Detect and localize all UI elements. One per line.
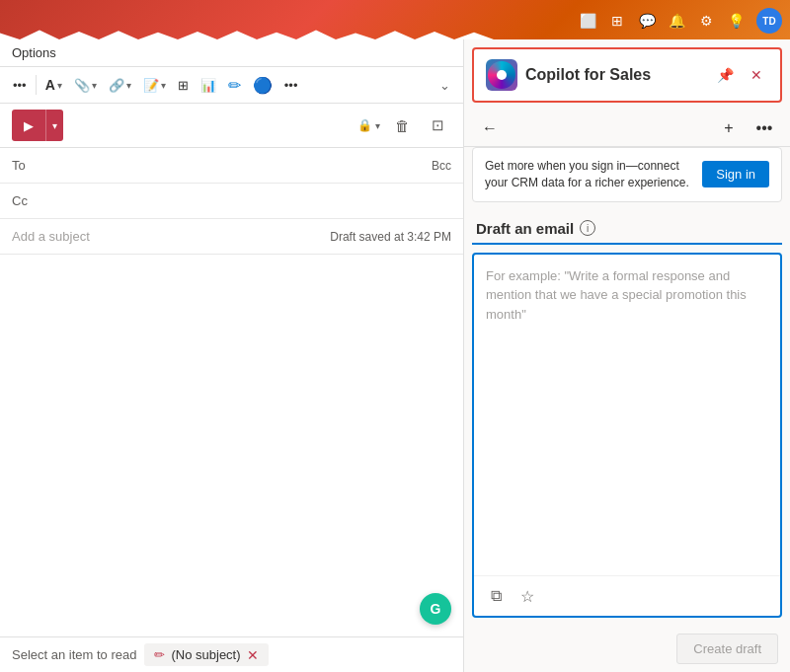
draft-title-row: Draft an email i (472, 214, 782, 245)
cc-label: Cc (12, 193, 51, 208)
copilot-logo-inner (488, 61, 515, 89)
highlight-btn[interactable]: ✏ (223, 71, 246, 99)
chart-icon: 📊 (200, 78, 216, 93)
bell-icon[interactable]: 🔔 (668, 12, 685, 30)
star-icon[interactable]: ☆ (515, 584, 539, 608)
chat-icon[interactable]: 💬 (638, 12, 656, 30)
draft-placeholder-text[interactable]: For example: "Write a formal response an… (474, 255, 780, 575)
toolbar-more-btn[interactable]: ••• (279, 71, 303, 99)
paperclip-icon: 📎 (74, 78, 90, 93)
chart-btn[interactable]: 📊 (196, 71, 221, 99)
send-button[interactable]: ▶ (12, 110, 45, 141)
status-bar: Select an item to read ✏ (No subject) ✕ (0, 636, 463, 672)
email-toolbar: ••• A ▾ 📎 ▾ 🔗 ▾ 📝 ▾ ⊞ 📊 (0, 67, 463, 104)
copilot-title: Copilot for Sales (525, 66, 705, 84)
create-draft-btn[interactable]: Create draft (676, 634, 778, 664)
draft-saved-text: Draft saved at 3:42 PM (330, 230, 451, 244)
main-layout: Options ••• A ▾ 📎 ▾ 🔗 ▾ 📝 ▾ (0, 39, 790, 672)
trash-icon: 🗑 (395, 117, 410, 134)
table-btn[interactable]: ⊞ (173, 71, 194, 99)
draft-input-area[interactable]: For example: "Write a formal response an… (472, 253, 782, 618)
signin-text: Get more when you sign in—connect your C… (485, 158, 692, 191)
top-icons: ⬜ ⊞ 💬 🔔 ⚙ 💡 TD (579, 8, 782, 34)
popout-icon: ⊡ (432, 116, 444, 134)
avatar[interactable]: TD (756, 8, 782, 34)
copilot-nav: ← + ••• (464, 111, 790, 147)
teams-btn[interactable]: 🔵 (248, 71, 277, 99)
send-arrow-icon: ▶ (24, 118, 34, 133)
format-text-btn[interactable]: A ▾ (40, 71, 67, 99)
format-chevron-icon: ▾ (57, 80, 62, 91)
signin-banner: Get more when you sign in—connect your C… (472, 147, 782, 202)
attach-btn[interactable]: 📎 ▾ (69, 71, 102, 99)
teams-icon: 🔵 (253, 76, 273, 95)
draft-pencil-icon: ✏ (154, 647, 165, 662)
draft-input-toolbar: ⧉ ☆ (474, 575, 780, 616)
status-select-text: Select an item to read (12, 647, 136, 662)
options-label: Options (12, 45, 56, 60)
table-icon: ⊞ (178, 78, 189, 93)
to-label: To (12, 158, 51, 173)
monitor-icon[interactable]: ⬜ (579, 12, 596, 30)
copilot-header: Copilot for Sales 📌 ✕ (472, 47, 782, 103)
send-dropdown-btn[interactable]: ▾ (45, 110, 63, 141)
info-icon[interactable]: i (580, 220, 595, 236)
grid-icon[interactable]: ⊞ (608, 12, 626, 30)
nav-more-btn[interactable]: ••• (750, 114, 778, 142)
nav-add-btn[interactable]: + (715, 114, 743, 142)
cc-input[interactable] (51, 193, 451, 208)
link-icon: 🔗 (109, 78, 124, 93)
close-copilot-btn[interactable]: ✕ (745, 63, 768, 87)
copilot-logo (486, 59, 517, 91)
insert-icon: 📝 (143, 78, 159, 93)
expand-btn[interactable]: ⌄ (434, 71, 455, 99)
toolbar-sep-1 (36, 75, 37, 95)
subject-row: Add a subject Draft saved at 3:42 PM (0, 219, 463, 255)
link-chevron-icon: ▾ (126, 80, 131, 91)
top-banner: ⬜ ⊞ 💬 🔔 ⚙ 💡 TD (0, 0, 790, 39)
cc-row: Cc (0, 184, 463, 219)
send-btn-group: ▶ ▾ (12, 110, 63, 141)
security-chevron-icon: ▾ (375, 120, 380, 131)
email-body[interactable]: G (0, 255, 463, 636)
link-btn[interactable]: 🔗 ▾ (104, 71, 136, 99)
copilot-logo-center (497, 70, 507, 80)
popout-btn[interactable]: ⊡ (424, 112, 451, 139)
send-dropdown-chevron-icon: ▾ (52, 120, 57, 131)
format-a-icon: A (45, 77, 55, 93)
subject-placeholder[interactable]: Add a subject (12, 229, 330, 244)
signin-btn[interactable]: Sign in (702, 161, 769, 187)
expand-icon: ⌄ (439, 78, 450, 93)
lightbulb-icon[interactable]: 💡 (727, 12, 745, 30)
ellipsis-icon: ••• (13, 78, 27, 93)
nav-back-btn[interactable]: ← (476, 114, 504, 142)
attach-chevron-icon: ▾ (92, 80, 97, 91)
lock-icon: 🔒 (357, 118, 372, 132)
insert-chevron-icon: ▾ (161, 80, 166, 91)
close-tab-btn[interactable]: ✕ (247, 648, 259, 662)
copy-icon[interactable]: ⧉ (484, 584, 508, 608)
security-btn[interactable]: 🔒 ▾ (357, 118, 380, 132)
grammarly-btn[interactable]: G (420, 593, 451, 625)
more-options-btn[interactable]: ••• (8, 71, 32, 99)
bcc-link[interactable]: Bcc (432, 159, 451, 173)
send-row: ▶ ▾ 🔒 ▾ 🗑 ⊡ (0, 104, 463, 148)
draft-tab[interactable]: ✏ (No subject) ✕ (144, 643, 268, 666)
email-panel: Options ••• A ▾ 📎 ▾ 🔗 ▾ 📝 ▾ (0, 39, 464, 672)
options-bar: Options (0, 39, 463, 67)
draft-title: Draft an email (476, 220, 574, 237)
to-input[interactable] (51, 158, 432, 173)
insert-btn[interactable]: 📝 ▾ (138, 71, 171, 99)
toolbar-ellipsis-icon: ••• (284, 78, 298, 93)
to-row: To Bcc (0, 148, 463, 184)
copilot-panel: Copilot for Sales 📌 ✕ ← + ••• Get more w… (464, 39, 790, 672)
draft-tab-label: (No subject) (171, 647, 240, 662)
delete-btn[interactable]: 🗑 (388, 112, 416, 139)
draft-section: Draft an email i For example: "Write a f… (464, 210, 790, 626)
settings-icon[interactable]: ⚙ (697, 12, 715, 30)
highlight-icon: ✏ (228, 76, 241, 95)
pin-btn[interactable]: 📌 (713, 63, 737, 87)
create-draft-row: Create draft (464, 626, 790, 672)
